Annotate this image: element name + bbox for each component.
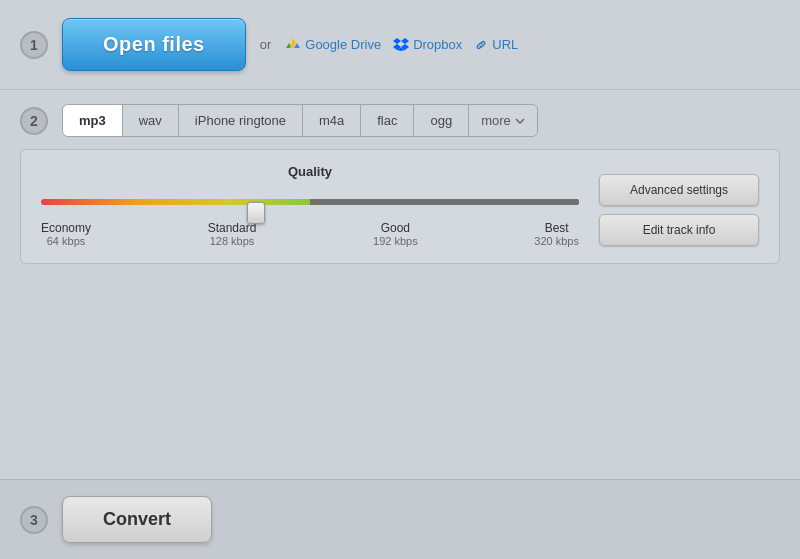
quality-content: Quality Economy 64 kbps <box>41 164 579 247</box>
google-drive-label: Google Drive <box>305 37 381 52</box>
google-drive-link[interactable]: Google Drive <box>285 37 381 53</box>
edit-track-info-button[interactable]: Edit track info <box>599 214 759 246</box>
tab-wav[interactable]: wav <box>123 105 179 136</box>
url-link-icon <box>474 38 488 52</box>
main-container: 1 Open files or Google Drive Dropbox <box>0 0 800 559</box>
dropbox-icon <box>393 37 409 53</box>
format-tabs: mp3 wav iPhone ringtone m4a flac ogg mor… <box>62 104 538 137</box>
economy-label: Economy <box>41 221 91 235</box>
url-link[interactable]: URL <box>474 37 518 52</box>
quality-best: Best 320 kbps <box>534 221 579 247</box>
slider-container <box>41 191 579 213</box>
tab-more[interactable]: more <box>469 105 537 136</box>
quality-economy: Economy 64 kbps <box>41 221 91 247</box>
section3: 3 Convert <box>0 479 800 559</box>
open-files-button[interactable]: Open files <box>62 18 246 71</box>
quality-label: Quality <box>41 164 579 179</box>
url-label: URL <box>492 37 518 52</box>
good-label: Good <box>373 221 418 235</box>
slider-labels: Economy 64 kbps Standard 128 kbps Good 1… <box>41 221 579 247</box>
convert-button[interactable]: Convert <box>62 496 212 543</box>
good-kbps: 192 kbps <box>373 235 418 247</box>
standard-kbps: 128 kbps <box>208 235 257 247</box>
section2: 2 mp3 wav iPhone ringtone m4a flac ogg m… <box>0 90 800 479</box>
advanced-settings-button[interactable]: Advanced settings <box>599 174 759 206</box>
best-label: Best <box>534 221 579 235</box>
google-drive-icon <box>285 37 301 53</box>
best-kbps: 320 kbps <box>534 235 579 247</box>
tab-flac[interactable]: flac <box>361 105 414 136</box>
tab-ogg[interactable]: ogg <box>414 105 469 136</box>
tab-m4a[interactable]: m4a <box>303 105 361 136</box>
economy-kbps: 64 kbps <box>41 235 91 247</box>
side-buttons: Advanced settings Edit track info <box>599 164 759 246</box>
dropbox-label: Dropbox <box>413 37 462 52</box>
chevron-down-icon <box>515 118 525 124</box>
quality-good: Good 192 kbps <box>373 221 418 247</box>
step1-circle: 1 <box>20 31 48 59</box>
cloud-links: Google Drive Dropbox URL <box>285 37 518 53</box>
quality-panel: Quality Economy 64 kbps <box>20 149 780 264</box>
step2-circle: 2 <box>20 107 48 135</box>
section2-header: 2 mp3 wav iPhone ringtone m4a flac ogg m… <box>20 104 780 137</box>
step3-circle: 3 <box>20 506 48 534</box>
more-label: more <box>481 113 511 128</box>
quality-standard: Standard 128 kbps <box>208 221 257 247</box>
section1: 1 Open files or Google Drive Dropbox <box>0 0 800 90</box>
dropbox-link[interactable]: Dropbox <box>393 37 462 53</box>
or-text: or <box>260 37 272 52</box>
tab-mp3[interactable]: mp3 <box>63 105 123 136</box>
tab-iphone-ringtone[interactable]: iPhone ringtone <box>179 105 303 136</box>
